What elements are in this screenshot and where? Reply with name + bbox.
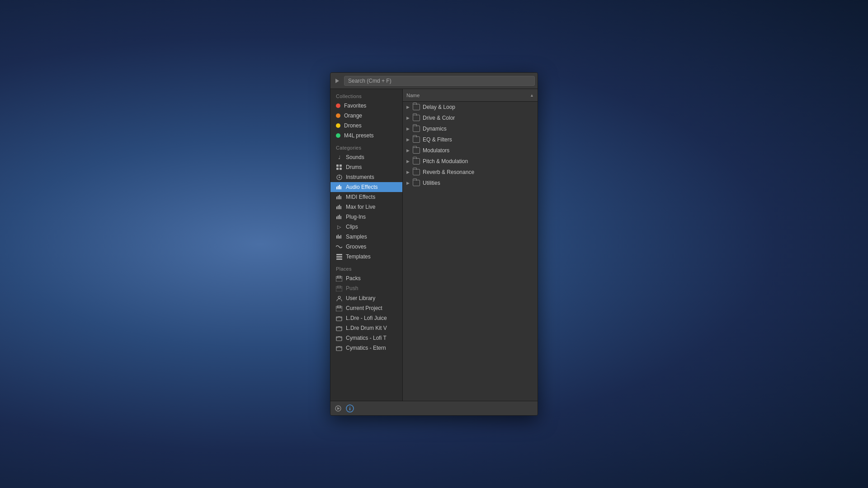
sidebar-item-cymatics-etern[interactable]: Cymatics - Etern [330,343,402,353]
sidebar-item-m4l-presets[interactable]: M4L presets [330,131,402,141]
clips-label: Clips [346,224,358,230]
orange-label: Orange [344,113,362,119]
search-input[interactable]: Search (Cmd + F) [344,76,535,86]
user-library-icon [336,295,342,301]
svg-rect-48 [349,408,350,410]
svg-rect-33 [336,286,342,291]
sidebar-item-user-library[interactable]: User Library [330,293,402,303]
sidebar-item-drones[interactable]: Drones [330,121,402,131]
folder-icon [413,147,420,154]
current-project-label: Current Project [346,305,382,311]
svg-rect-18 [340,206,341,209]
sidebar-item-audio-effects[interactable]: Audio Effects [330,182,402,192]
grooves-icon [336,244,342,250]
sidebar-item-clips[interactable]: ▷ Clips [330,222,402,232]
svg-rect-27 [336,254,342,255]
svg-point-47 [349,407,350,408]
svg-rect-42 [336,337,342,341]
favorites-dot [336,103,340,108]
svg-rect-17 [339,205,340,209]
sidebar-item-max-for-live[interactable]: Max for Live [330,202,402,212]
chevron-icon: ▶ [406,159,411,164]
midi-effects-icon [336,194,342,200]
file-item-drive-color[interactable]: ▶ Drive & Color [403,113,538,123]
svg-rect-7 [336,187,337,189]
file-item-reverb-resonance[interactable]: ▶ Reverb & Resonance [403,167,538,178]
sidebar-item-packs[interactable]: Packs [330,273,402,283]
cymatics-lofi-label: Cymatics - Lofi T [346,335,387,341]
instruments-icon [336,174,342,180]
sidebar-item-ldre-drum[interactable]: L.Dre Drum Kit V [330,323,402,333]
sidebar-item-push[interactable]: Push [330,283,402,293]
svg-rect-10 [340,186,341,189]
audio-effects-label: Audio Effects [346,184,378,190]
svg-rect-20 [338,216,339,219]
svg-rect-12 [338,196,339,199]
svg-rect-8 [338,186,339,189]
sidebar-item-sounds[interactable]: ♩ Sounds [330,152,402,162]
sidebar-item-favorites[interactable]: Favorites [330,101,402,111]
main-content: Collections Favorites Orange Drones M4L … [330,89,538,401]
svg-rect-3 [340,168,342,170]
file-label: Dynamics [423,126,447,132]
sidebar-item-drums[interactable]: Drums [330,162,402,172]
max-for-live-label: Max for Live [346,204,375,210]
column-header: Name ▲ [403,89,538,102]
orange-dot [336,113,340,118]
sidebar-item-midi-effects[interactable]: MIDI Effects [330,192,402,202]
svg-rect-43 [336,347,342,351]
drums-icon [336,164,342,170]
folder-icon [413,136,420,143]
svg-point-36 [338,296,340,298]
svg-marker-45 [337,407,340,410]
chevron-icon: ▶ [406,181,411,185]
categories-label: Categories [330,141,402,152]
file-list: ▶ Delay & Loop ▶ Drive & Color ▶ Dynamic… [403,102,538,401]
m4l-label: M4L presets [344,132,374,139]
sidebar: Collections Favorites Orange Drones M4L … [330,89,403,401]
file-item-pitch-modulation[interactable]: ▶ Pitch & Modulation [403,156,538,167]
browser-window: Search (Cmd + F) Collections Favorites O… [330,72,538,416]
top-bar: Search (Cmd + F) [330,73,538,89]
packs-icon [336,275,342,282]
grooves-label: Grooves [346,244,366,250]
file-item-dynamics[interactable]: ▶ Dynamics [403,123,538,134]
sidebar-item-current-project[interactable]: Current Project [330,303,402,313]
play-button[interactable] [333,77,341,85]
file-item-delay-loop[interactable]: ▶ Delay & Loop [403,102,538,113]
sidebar-item-ldre-lofi[interactable]: L.Dre - Lofi Juice [330,313,402,323]
drums-label: Drums [346,164,362,170]
file-label: Pitch & Modulation [423,158,468,164]
svg-rect-0 [336,164,339,167]
cymatics-lofi-icon [336,335,342,341]
bottom-info-icon[interactable] [346,404,354,413]
packs-label: Packs [346,275,361,282]
drones-dot [336,123,340,128]
sidebar-item-instruments[interactable]: Instruments [330,172,402,182]
current-project-icon [336,305,342,311]
templates-label: Templates [346,253,371,260]
sidebar-item-grooves[interactable]: Grooves [330,242,402,252]
folder-icon [413,158,420,164]
svg-rect-23 [336,235,337,239]
plug-ins-icon [336,214,342,220]
ldre-drum-icon [336,325,342,331]
folder-icon [413,180,420,186]
plug-ins-label: Plug-Ins [346,214,366,220]
svg-rect-13 [339,195,340,199]
sidebar-item-cymatics-lofi[interactable]: Cymatics - Lofi T [330,333,402,343]
file-item-modulators[interactable]: ▶ Modulators [403,145,538,156]
file-label: Reverb & Resonance [423,169,474,175]
sidebar-item-templates[interactable]: Templates [330,252,402,262]
chevron-icon: ▶ [406,127,411,131]
folder-icon [413,104,420,110]
samples-icon [336,234,342,240]
bottom-left-icon[interactable] [334,404,342,413]
sidebar-item-plug-ins[interactable]: Plug-Ins [330,212,402,222]
chevron-icon: ▶ [406,105,411,109]
file-item-utilities[interactable]: ▶ Utilities [403,178,538,188]
instruments-label: Instruments [346,174,374,180]
sidebar-item-orange[interactable]: Orange [330,111,402,121]
file-item-eq-filters[interactable]: ▶ EQ & Filters [403,134,538,145]
sidebar-item-samples[interactable]: Samples [330,232,402,242]
